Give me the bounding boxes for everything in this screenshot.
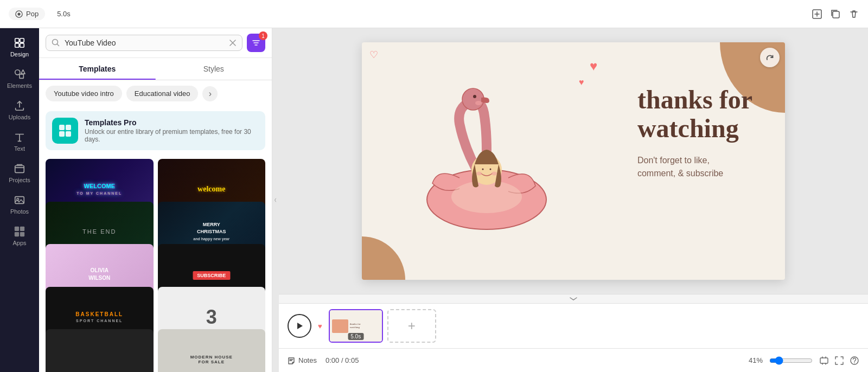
card-5-text: OLIVIAWILSON: [88, 267, 110, 282]
chip-educational[interactable]: Educational video: [126, 86, 199, 101]
tab-templates[interactable]: Templates: [39, 58, 156, 80]
filter-button[interactable]: 1: [247, 34, 265, 52]
canvas-text-area: thanks for watching Don't forget to like…: [637, 86, 752, 180]
canvas-area: ♡ ♥ ♥: [279, 28, 868, 372]
svg-rect-6: [20, 39, 24, 42]
design-icon: [14, 37, 25, 49]
svg-rect-15: [20, 227, 24, 231]
svg-rect-8: [20, 43, 24, 47]
zoom-slider[interactable]: [769, 356, 813, 365]
top-bar-left: Pop 5.0s: [9, 8, 71, 20]
sidebar-item-uploads[interactable]: Uploads: [2, 95, 37, 125]
card-3-text: THE END: [82, 228, 116, 235]
template-card-9[interactable]: ···: [46, 329, 154, 372]
sidebar-item-photos[interactable]: Photos: [2, 190, 37, 219]
search-icon: [52, 39, 60, 47]
sidebar-item-design[interactable]: Design: [2, 33, 37, 62]
svg-rect-12: [15, 197, 24, 204]
text-icon: [14, 131, 25, 143]
clear-icon[interactable]: [229, 39, 237, 47]
heart-2: ♥: [579, 78, 584, 87]
notes-icon: [288, 357, 295, 364]
photos-icon: [14, 194, 25, 206]
search-input[interactable]: [65, 39, 225, 47]
svg-point-27: [451, 181, 522, 213]
fit-page-icon[interactable]: [819, 356, 829, 365]
slide-thumb-1[interactable]: thanks forwatching 5.0s: [329, 309, 383, 343]
collapse-icon: [273, 197, 278, 203]
help-icon[interactable]: [850, 356, 859, 365]
slide-1-duration: 5.0s: [348, 333, 363, 340]
template-card-10[interactable]: MODERN HOUSE FOR SALE ···: [158, 329, 266, 372]
svg-rect-11: [15, 166, 24, 173]
svg-rect-10: [20, 74, 23, 78]
card-7-text: BASKETBALLSport Channel: [75, 311, 123, 323]
text-label: Text: [14, 145, 25, 152]
sidebar-item-text[interactable]: Text: [2, 127, 37, 156]
svg-point-25: [473, 95, 476, 98]
svg-rect-7: [15, 43, 19, 47]
card-6-text: SUBSCRIBE: [193, 270, 230, 279]
time-label: 5.0s: [57, 10, 71, 18]
filter-icon: [252, 39, 260, 47]
heart-1: ♥: [590, 59, 597, 74]
sidebar-item-projects[interactable]: Projects: [2, 158, 37, 188]
photos-label: Photos: [10, 208, 29, 215]
side-panel: 1 Templates Styles Youtube video intro E…: [39, 28, 272, 372]
search-input-wrap[interactable]: [46, 35, 242, 51]
collapse-handle[interactable]: [272, 28, 279, 372]
top-bar-right: [812, 9, 859, 20]
tab-styles[interactable]: Styles: [156, 58, 272, 80]
chip-youtube-intro[interactable]: Youtube video intro: [46, 86, 122, 101]
status-right: 41%: [749, 356, 859, 365]
sidebar-item-apps[interactable]: Apps: [2, 221, 37, 251]
flamingo-character: [411, 80, 563, 243]
projects-icon: [14, 163, 25, 175]
music-icon: [15, 10, 23, 18]
canvas-refresh-button[interactable]: [760, 48, 780, 67]
card-1-text: WELCOMETO MY CHANNEL: [76, 183, 122, 196]
svg-point-35: [854, 362, 855, 363]
svg-point-32: [492, 172, 497, 176]
play-button[interactable]: [288, 314, 311, 338]
design-label: Design: [10, 51, 29, 57]
timeline-content: ♥ thanks forwatching 5.0s: [279, 304, 868, 348]
delete-icon[interactable]: [848, 9, 859, 20]
slide-heart-icon: ♥: [318, 322, 322, 330]
promo-text: Templates Pro Unlock our entire library …: [85, 118, 259, 143]
add-slide-button[interactable]: +: [387, 309, 436, 343]
svg-rect-14: [15, 227, 19, 231]
svg-point-31: [476, 172, 482, 176]
canvas-character: [394, 64, 579, 259]
promo-icon: [52, 118, 78, 144]
apps-label: Apps: [12, 240, 26, 246]
filter-badge: 1: [259, 31, 267, 40]
templates-pro-icon: [58, 123, 73, 138]
elements-icon: [14, 68, 25, 80]
timeline-slides: ♥ thanks forwatching 5.0s: [318, 309, 859, 343]
svg-rect-19: [59, 125, 65, 130]
canvas-viewport: ♡ ♥ ♥: [279, 28, 868, 294]
add-frame-icon[interactable]: [812, 9, 822, 20]
card-10-text: MODERN HOUSE FOR SALE: [184, 355, 238, 364]
canvas-frame[interactable]: ♡ ♥ ♥: [362, 42, 785, 280]
play-icon: [295, 322, 304, 330]
card-4-text: MERRYCHRISTMASand happy new year: [193, 222, 229, 242]
main-layout: Design Elements Uploads Text: [0, 28, 868, 372]
svg-rect-20: [66, 125, 71, 130]
pop-badge[interactable]: Pop: [9, 8, 45, 20]
notes-button[interactable]: Notes: [288, 356, 317, 364]
top-bar: Pop 5.0s: [0, 0, 868, 28]
svg-point-26: [475, 101, 482, 105]
svg-rect-21: [59, 131, 65, 137]
timeline-collapse-button[interactable]: [279, 294, 868, 304]
canvas-heart-icon[interactable]: ♡: [369, 49, 378, 61]
svg-point-9: [15, 70, 20, 75]
time-display: 5.0s: [54, 10, 71, 18]
sidebar-item-elements[interactable]: Elements: [2, 64, 37, 93]
fullscreen-icon[interactable]: [834, 356, 844, 365]
svg-rect-17: [20, 232, 24, 236]
copy-icon[interactable]: [830, 9, 841, 20]
svg-rect-4: [833, 11, 839, 18]
chip-more-button[interactable]: ›: [202, 86, 218, 101]
